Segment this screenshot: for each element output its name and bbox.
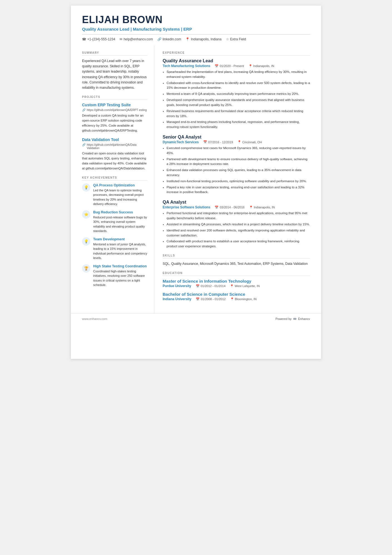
bullet-1-4: Developed comprehensive quality assuranc… — [167, 98, 310, 108]
star-icon: ☆ — [226, 37, 229, 41]
project-link-2[interactable]: 🔗 https://github.com/elijahbrownQA/Data … — [82, 143, 147, 150]
edu-dates-2: 📅 01/2008 - 01/2012 — [196, 297, 225, 301]
edu-school-1: Purdue University — [163, 284, 191, 288]
bullet-2-2: Partnered with development teams to ensu… — [167, 157, 310, 167]
achievement-item-1: 💡 QA Process Optimization Led the QA tea… — [82, 183, 147, 206]
bullet-3-2: Assisted in streamlining QA processes, w… — [167, 222, 310, 227]
experience-item-2: Senior QA Analyst DynamicTech Services 📅… — [163, 135, 310, 195]
exp-location-3: 📍 Indianapolis, IN — [249, 206, 275, 209]
achievement-icon-3: 💡 — [82, 237, 90, 246]
exp-job-title-1: Quality Assurance Lead — [163, 58, 310, 63]
bullet-2-1: Executed comprehensive test cases for Mi… — [167, 146, 310, 156]
calendar-icon-edu-2: 📅 — [196, 297, 200, 301]
link-icon-2: 🔗 — [82, 143, 86, 147]
education-item-2: Bachelor of Science in Computer Science … — [163, 292, 310, 301]
exp-meta-2: DynamicTech Services 📅 07/2016 - 12/2019… — [163, 140, 310, 144]
bullet-1-3: Mentored a team of 8 QA analysts, succes… — [167, 92, 310, 97]
exp-meta-3: Enterprise Software Solutions 📅 03/2014 … — [163, 205, 310, 209]
bullet-1-2: Collaborated with cross-functional teams… — [167, 81, 310, 91]
exp-bullets-3: Performed functional and integration tes… — [163, 211, 310, 249]
achievement-icon-4: 🏆 — [82, 264, 90, 273]
brand-name: Enhancv — [298, 317, 310, 320]
achievement-title-1: QA Process Optimization — [93, 183, 147, 187]
achievement-title-4: High Stake Testing Coordination — [93, 264, 147, 268]
education-section-title: EDUCATION — [163, 272, 310, 276]
project-link-1[interactable]: 🔗 https://github.com/elijahbrownQA/ERPT … — [82, 108, 147, 112]
exp-dates-2: 📅 07/2016 - 12/2019 — [203, 140, 233, 144]
resume-page: ELIJAH BROWN Quality Assurance Lead | Ma… — [71, 6, 321, 359]
project-desc-1: Developed a custom QA testing suite for … — [82, 113, 147, 133]
pin-icon-edu-1: 📍 — [230, 284, 234, 288]
star-icon-2: ⭐ — [84, 212, 88, 216]
pin-icon-2: 📍 — [237, 140, 241, 144]
edu-location-1: 📍 West Lafayette, IN — [230, 284, 260, 288]
right-column: EXPERIENCE Quality Assurance Lead Tech M… — [154, 46, 321, 313]
left-column: SUMMARY Experienced QA Lead with over 7 … — [71, 46, 154, 313]
skills-text: SQL, Quality Assurance, Microsoft Dynami… — [163, 261, 310, 267]
bullet-1-6: Managed end-to-end testing phases includ… — [167, 120, 310, 130]
contact-email: ✉ help@enhancv.com — [120, 37, 153, 41]
bullet-3-3: Identified and resolved over 200 softwar… — [167, 228, 310, 238]
experience-item-1: Quality Assurance Lead Tech Manufacturin… — [163, 58, 310, 130]
powered-by-label: Powered by — [276, 317, 292, 320]
exp-dates-3: 📅 03/2014 - 06/2016 — [215, 206, 244, 209]
skills-section-title: SKILLS — [163, 254, 310, 258]
page-footer: www.enhancv.com Powered by ∞ Enhancv — [71, 313, 321, 324]
exp-company-3: Enterprise Software Solutions — [163, 205, 210, 209]
project-item-2: Data Validation Tool 🔗 https://github.co… — [82, 137, 147, 171]
edu-meta-1: Purdue University 📅 01/2012 - 01/2014 📍 … — [163, 284, 310, 288]
pin-icon-1: 📍 — [249, 64, 252, 68]
project-desc-2: Created an open-source data validation t… — [82, 151, 147, 171]
achievement-icon-2: ⭐ — [82, 210, 90, 219]
brand-logo-icon: ∞ — [293, 316, 296, 321]
achievement-title-2: Bug Reduction Success — [93, 210, 147, 214]
main-content: SUMMARY Experienced QA Lead with over 7 … — [71, 46, 321, 313]
contact-phone: ☎ +1-(234)-555-1234 — [82, 37, 115, 41]
contact-bar: ☎ +1-(234)-555-1234 ✉ help@enhancv.com 🔗… — [82, 34, 310, 41]
achievement-title-3: Team Development — [93, 237, 147, 241]
edu-dates-1: 📅 01/2012 - 01/2014 — [196, 284, 225, 288]
exp-bullets-1: Spearheaded the implementation of test p… — [163, 70, 310, 130]
exp-company-2: DynamicTech Services — [163, 140, 199, 144]
candidate-title: Quality Assurance Lead | Manufacturing S… — [82, 27, 310, 31]
summary-section-title: SUMMARY — [82, 51, 147, 56]
achievements-section-title: KEY ACHIEVEMENTS — [82, 176, 147, 181]
edu-degree-1: Master of Science in Information Technol… — [163, 279, 310, 283]
bullet-2-3: Enhanced data validation processes using… — [167, 168, 310, 178]
achievement-icon-1: 💡 — [82, 183, 90, 192]
exp-meta-1: Tech Manufacturing Solutions 📅 01/2020 -… — [163, 64, 310, 68]
edu-school-2: Indiana University — [163, 297, 191, 301]
experience-section-title: EXPERIENCE — [163, 51, 310, 56]
exp-dates-1: 📅 01/2020 - Present — [215, 64, 244, 68]
link-icon-1: 🔗 — [82, 108, 86, 112]
project-title-1: Custom ERP Testing Suite — [82, 103, 147, 107]
exp-location-1: 📍 Indianapolis, IN — [249, 64, 274, 68]
summary-text: Experienced QA Lead with over 7 years in… — [82, 58, 147, 90]
edu-degree-2: Bachelor of Science in Computer Science — [163, 292, 310, 297]
calendar-icon-3: 📅 — [215, 206, 219, 209]
exp-job-title-2: Senior QA Analyst — [163, 135, 310, 140]
experience-item-3: QA Analyst Enterprise Software Solutions… — [163, 200, 310, 249]
exp-location-2: 📍 Cincinnati, OH — [237, 140, 262, 144]
achievement-desc-1: Led the QA team to optimize testing proc… — [93, 188, 147, 206]
project-title-2: Data Validation Tool — [82, 137, 147, 142]
calendar-icon-edu-1: 📅 — [196, 284, 200, 288]
achievement-desc-4: Coordinated high-stakes testing initiati… — [93, 269, 147, 287]
exp-company-1: Tech Manufacturing Solutions — [163, 64, 210, 68]
bullet-1-5: Reviewed business requirements and formu… — [167, 109, 310, 119]
achievement-desc-3: Mentored a team of junior QA analysts, l… — [93, 242, 147, 260]
bulb-icon-3: 💡 — [84, 239, 88, 243]
candidate-name: ELIJAH BROWN — [82, 14, 310, 26]
footer-website: www.enhancv.com — [82, 317, 107, 320]
achievement-item-3: 💡 Team Development Mentored a team of ju… — [82, 237, 147, 260]
contact-extra: ☆ Extra Field — [226, 37, 246, 41]
edu-meta-2: Indiana University 📅 01/2008 - 01/2012 📍… — [163, 297, 310, 301]
bullet-3-1: Performed functional and integration tes… — [167, 211, 310, 221]
calendar-icon-1: 📅 — [215, 64, 219, 68]
pin-icon-3: 📍 — [249, 206, 253, 209]
contact-location: 📍 Indianapolis, Indiana — [185, 37, 221, 41]
bulb-icon-1: 💡 — [84, 185, 88, 189]
footer-brand: Powered by ∞ Enhancv — [276, 316, 310, 321]
contact-linkedin: 🔗 linkedin.com — [157, 37, 181, 41]
linkedin-icon: 🔗 — [157, 37, 162, 41]
